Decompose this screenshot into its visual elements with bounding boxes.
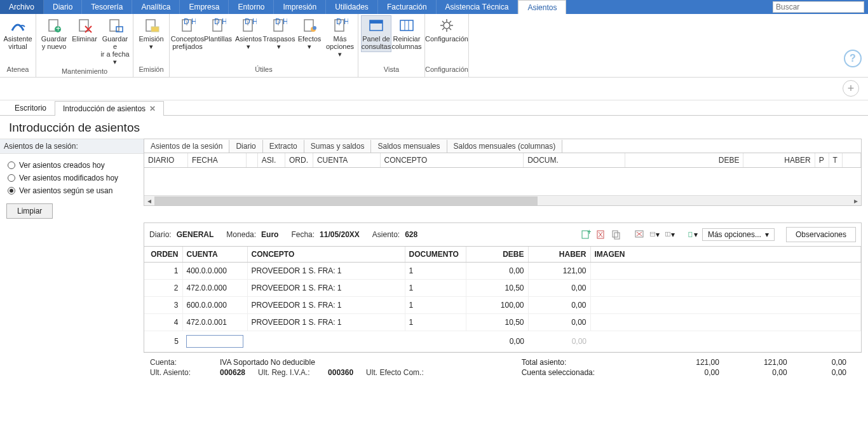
table-row[interactable]: 1400.0.0.000PROVEEDOR 1 S. FRA: 110,0012… — [144, 263, 861, 280]
inner-tab-1[interactable]: Diario — [229, 140, 262, 153]
session-grid[interactable]: DIARIOFECHAASI.ORD.CUENTACONCEPTODOCUM.D… — [144, 153, 862, 206]
entry-col[interactable]: CUENTA — [182, 247, 247, 263]
atenea-button[interactable]: Asistente virtual — [3, 15, 33, 52]
entry-col[interactable]: DEBE — [466, 247, 528, 263]
session-col[interactable]: FECHA — [188, 153, 247, 168]
more-options-button[interactable]: D HMás opciones ▾ — [325, 15, 355, 60]
session-col[interactable]: DOCUM. — [524, 153, 625, 168]
table-row[interactable]: 4472.0.0.001PROVEEDOR 1 S. FRA: 1110,500… — [144, 314, 861, 331]
ribbon-button-label: Configuración — [425, 35, 468, 43]
session-col[interactable]: HABER — [743, 153, 815, 168]
svg-text:+: + — [587, 229, 591, 236]
menu-utilidades[interactable]: Utilidades — [326, 0, 378, 14]
save-button[interactable]: Guardar e ir a fecha ▾ — [100, 15, 130, 67]
page-title: Introducción de asientos — [0, 116, 868, 139]
table-row-input[interactable]: 50,000,00 — [144, 331, 861, 352]
session-col[interactable]: CONCEPTO — [380, 153, 524, 168]
clear-button[interactable]: Limpiar — [6, 203, 53, 219]
radio-modified-today[interactable]: Ver asientos modificados hoy — [6, 172, 137, 184]
grid-config-icon[interactable]: ▾ — [649, 229, 660, 240]
export-icon[interactable]: ▾ — [687, 229, 698, 240]
scroll-left-icon[interactable]: ◂ — [144, 196, 154, 205]
svg-rect-52 — [650, 232, 655, 236]
row-delete-icon[interactable] — [595, 229, 607, 240]
diario-label: Diario: — [149, 230, 172, 239]
concepts-button[interactable]: D HConceptos prefijados — [172, 15, 203, 52]
inner-tab-4[interactable]: Saldos mensuales — [371, 140, 447, 153]
menu-tesorería[interactable]: Tesorería — [82, 0, 132, 14]
session-col[interactable]: DEBE — [625, 153, 743, 168]
config-button[interactable]: Configuración — [428, 15, 466, 44]
session-col[interactable] — [247, 153, 258, 168]
inner-tab-0[interactable]: Asientos de la sesión — [144, 140, 229, 153]
menu-entorno[interactable]: Entorno — [229, 0, 274, 14]
session-col[interactable] — [843, 153, 861, 168]
entries-button[interactable]: D HAsientos ▾ — [233, 15, 264, 52]
ribbon-group-caption: Útiles — [170, 65, 358, 77]
inner-tab-2[interactable]: Extracto — [263, 140, 304, 153]
print-button[interactable]: Emisión ▾ — [136, 15, 166, 52]
grid-delete-icon[interactable] — [634, 229, 645, 240]
transfers-button[interactable]: D HTraspasos ▾ — [264, 15, 294, 52]
ribbon-button-label: Emisión ▾ — [139, 35, 163, 50]
session-col[interactable]: ORD. — [285, 153, 313, 168]
entry-grid[interactable]: ORDENCUENTACONCEPTODOCUMENTODEBEHABERIMA… — [144, 246, 862, 353]
observations-button[interactable]: Observaciones — [786, 227, 856, 242]
menu-analítica[interactable]: Analítica — [132, 0, 180, 14]
add-icon[interactable]: + — [843, 80, 859, 97]
row-copy-icon[interactable] — [611, 229, 622, 240]
ribbon-group-caption: Vista — [358, 65, 424, 77]
entry-col[interactable]: IMAGEN — [590, 247, 861, 263]
config-icon — [438, 17, 456, 34]
inner-tab-5[interactable]: Saldos mensuales (columnas) — [447, 140, 563, 153]
table-row[interactable]: 2472.0.0.000PROVEEDOR 1 S. FRA: 1110,500… — [144, 280, 861, 297]
entry-col[interactable]: HABER — [528, 247, 590, 263]
menu-impresión[interactable]: Impresión — [274, 0, 326, 14]
entry-col[interactable]: CONCEPTO — [247, 247, 405, 263]
row-new-icon[interactable]: + — [580, 229, 592, 240]
new-button[interactable]: +Guardar y nuevo — [39, 15, 69, 52]
doctab-0[interactable]: Escritorio — [6, 100, 55, 115]
panel-icon — [367, 17, 385, 34]
entry-col[interactable]: ORDEN — [144, 247, 182, 263]
svg-rect-47 — [613, 231, 618, 237]
svg-line-38 — [442, 21, 444, 23]
horizontal-scrollbar[interactable]: ◂ ▸ — [144, 195, 861, 205]
menu-asistencia técnica[interactable]: Asistencia Técnica — [437, 0, 519, 14]
session-col[interactable]: ASI. — [257, 153, 285, 168]
cell: 1 — [405, 263, 466, 280]
close-icon[interactable]: ✕ — [149, 104, 156, 113]
search-input[interactable] — [773, 1, 864, 13]
ribbon-button-label: Más opciones ▾ — [325, 35, 355, 58]
inner-tab-3[interactable]: Sumas y saldos — [304, 140, 372, 153]
delete-button[interactable]: Eliminar — [69, 15, 100, 44]
templates-button[interactable]: D HPlantillas — [203, 15, 233, 44]
cuenta-input[interactable] — [186, 335, 243, 348]
doctab-1[interactable]: Introducción de asientos✕ — [55, 101, 164, 116]
menu-diario[interactable]: Diario — [44, 0, 82, 14]
menu-empresa[interactable]: Empresa — [180, 0, 229, 14]
svg-rect-6 — [110, 20, 119, 31]
session-col[interactable]: T — [829, 153, 843, 168]
table-row[interactable]: 3600.0.0.000PROVEEDOR 1 S. FRA: 11100,00… — [144, 297, 861, 314]
help-icon[interactable]: ? — [844, 50, 862, 67]
radio-as-used[interactable]: Ver asientos según se usan — [6, 184, 137, 197]
session-col[interactable]: P — [815, 153, 829, 168]
panel-button[interactable]: Panel de consultas — [361, 15, 391, 52]
menu-archivo[interactable]: Archivo — [0, 0, 44, 14]
entry-col[interactable]: DOCUMENTO — [405, 247, 466, 263]
menu-asientos[interactable]: Asientos — [518, 0, 566, 14]
menu-facturación[interactable]: Facturación — [378, 0, 437, 14]
session-col[interactable]: DIARIO — [144, 153, 188, 168]
session-col[interactable]: CUENTA — [313, 153, 380, 168]
grid-view-icon[interactable]: ▾ — [664, 229, 675, 240]
reset-columns-button[interactable]: Reiniciar columnas — [391, 15, 422, 52]
scroll-right-icon[interactable]: ▸ — [851, 196, 861, 205]
footer-summary: Cuenta:IVA Soportado No deducible Ult. A… — [144, 353, 862, 377]
chevron-down-icon: ▾ — [765, 230, 769, 239]
effects-button[interactable]: Efectos ▾ — [294, 15, 325, 52]
more-options-button[interactable]: Más opciones...▾ — [702, 228, 775, 241]
ult-asiento-label: Ult. Asiento: — [150, 368, 214, 377]
ribbon: Asistente virtualAtenea+Guardar y nuevoE… — [0, 14, 868, 78]
radio-created-today[interactable]: Ver asientos creados hoy — [6, 159, 137, 172]
